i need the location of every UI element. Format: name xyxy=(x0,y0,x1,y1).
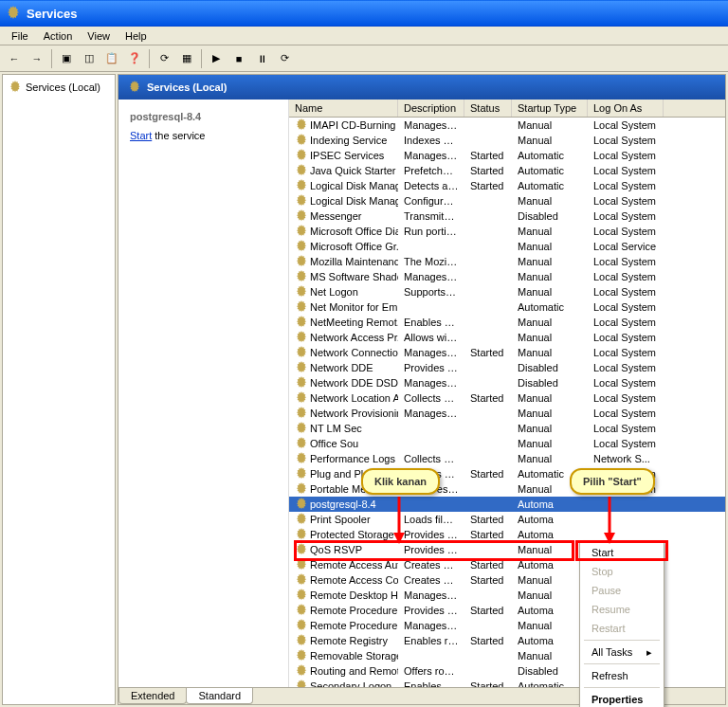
service-row[interactable]: NetMeeting Remot...Enables an...ManualLo… xyxy=(289,315,725,330)
service-name: IPSEC Services xyxy=(310,150,384,161)
service-row[interactable]: Mozilla Maintenanc...The Mozilla...Manua… xyxy=(289,254,725,269)
service-logon: Local System xyxy=(588,286,664,298)
service-status: Started xyxy=(464,635,512,646)
red-arrow-2 xyxy=(602,497,617,544)
service-row[interactable]: Net LogonSupports p...ManualLocal System xyxy=(289,284,725,299)
col-name[interactable]: Name xyxy=(289,100,398,117)
service-status: Started xyxy=(464,529,512,540)
gear-icon xyxy=(295,149,308,162)
service-row[interactable]: postgresql-8.4Automa xyxy=(289,497,725,512)
gear-icon xyxy=(295,361,308,374)
service-logon: Local System xyxy=(588,301,664,313)
gear-icon xyxy=(295,604,308,617)
toolbar-btn-3[interactable]: 📋 xyxy=(101,48,122,69)
service-name: Messenger xyxy=(310,210,361,222)
service-name: IMAPI CD-Burning ... xyxy=(310,119,398,131)
service-row[interactable]: Network DDE DSDMManages D...DisabledLoca… xyxy=(289,375,725,390)
tab-extended[interactable]: Extended xyxy=(118,688,187,704)
service-row[interactable]: IPSEC ServicesManages I...StartedAutomat… xyxy=(289,148,725,163)
service-row[interactable]: Performance Logs ...Collects pe...Manual… xyxy=(289,451,725,466)
service-row[interactable]: MessengerTransmits ...DisabledLocal Syst… xyxy=(289,208,725,224)
service-name: Microsoft Office Dia... xyxy=(310,226,398,237)
back-button[interactable]: ← xyxy=(4,48,25,69)
service-row[interactable]: Plug and PlayEnables a c...StartedAutoma… xyxy=(289,466,725,481)
service-logon: Local System xyxy=(588,226,664,237)
service-row[interactable]: Logical Disk ManagerDetects an...Started… xyxy=(289,178,725,193)
service-desc: Enables st... xyxy=(398,680,464,687)
service-startup: Automatic xyxy=(512,180,588,191)
service-row[interactable]: Network Location A...Collects an...Start… xyxy=(289,390,725,406)
toolbar-btn-5[interactable]: ⟳ xyxy=(154,48,174,69)
service-row[interactable]: Java Quick StarterPrefetches...StartedAu… xyxy=(289,163,725,178)
gear-icon xyxy=(295,391,308,405)
toolbar-btn-2[interactable]: ◫ xyxy=(79,48,100,69)
menu-help[interactable]: Help xyxy=(118,28,155,44)
menu-refresh[interactable]: Refresh xyxy=(580,666,664,685)
service-startup: Manual xyxy=(512,392,588,404)
gear-icon xyxy=(295,680,308,687)
col-logon[interactable]: Log On As xyxy=(588,100,664,117)
service-row[interactable]: Print SpoolerLoads files ...StartedAutom… xyxy=(289,512,725,527)
service-row[interactable]: Portable Media Seri...Retrieves t...Manu… xyxy=(289,481,725,497)
service-logon: Local System xyxy=(588,150,664,161)
menu-all-tasks[interactable]: All Tasks xyxy=(580,643,664,662)
service-row[interactable]: Office SouManualLocal System xyxy=(289,436,725,451)
service-status: Started xyxy=(464,150,512,161)
pause-button[interactable]: ⏸ xyxy=(251,48,272,69)
service-startup: Manual xyxy=(512,423,588,434)
service-row[interactable]: Network Provisionin...Manages X...Manual… xyxy=(289,406,725,421)
service-desc: Manages o... xyxy=(398,347,464,358)
forward-button[interactable]: → xyxy=(27,48,47,69)
service-name: NetMeeting Remot... xyxy=(310,317,398,328)
service-logon: Local System xyxy=(588,165,664,176)
menu-properties[interactable]: Properties xyxy=(580,690,664,707)
service-row[interactable]: Net Monitor for Em...AutomaticLocal Syst… xyxy=(289,299,725,315)
svg-marker-2 xyxy=(393,533,405,544)
service-row[interactable]: Microsoft Office Gr...ManualLocal Servic… xyxy=(289,239,725,254)
service-logon: Local System xyxy=(588,347,664,358)
restart-button[interactable]: ⟳ xyxy=(274,48,295,69)
service-startup: Manual xyxy=(512,589,588,601)
service-row[interactable]: Logical Disk Manag...Configures...Manual… xyxy=(289,193,725,208)
gear-icon xyxy=(295,619,308,632)
toolbar-btn-4[interactable]: ❓ xyxy=(124,48,145,69)
service-row[interactable]: Network ConnectionsManages o...StartedMa… xyxy=(289,345,725,360)
service-row[interactable]: IMAPI CD-Burning ...Manages C...ManualLo… xyxy=(289,118,725,133)
menu-pause: Pause xyxy=(580,581,664,600)
service-logon: Local System xyxy=(588,135,664,146)
col-status[interactable]: Status xyxy=(464,100,512,117)
main-panel: Services (Local) postgresql-8.4 Start th… xyxy=(118,74,726,705)
service-status: Started xyxy=(464,559,512,571)
service-status: Started xyxy=(464,574,512,586)
service-row[interactable]: Protected StorageProvides pr...StartedAu… xyxy=(289,527,725,542)
service-name: Remote Desktop H... xyxy=(310,589,398,601)
col-startup[interactable]: Startup Type xyxy=(512,100,588,117)
toolbar-btn-1[interactable]: ▣ xyxy=(56,48,77,69)
service-row[interactable]: Indexing ServiceIndexes co...ManualLocal… xyxy=(289,133,725,148)
service-startup: Manual xyxy=(512,332,588,343)
stop-button[interactable]: ■ xyxy=(228,48,249,69)
service-startup: Disabled xyxy=(512,362,588,373)
service-name: Java Quick Starter xyxy=(310,165,395,176)
service-startup: Disabled xyxy=(512,210,588,222)
service-row[interactable]: Network Access Pr...Allows win...ManualL… xyxy=(289,330,725,345)
play-button[interactable]: ▶ xyxy=(206,48,227,69)
service-row[interactable]: Microsoft Office Dia...Run portio...Manu… xyxy=(289,224,725,239)
service-desc: Run portio... xyxy=(398,226,464,237)
service-row[interactable]: MS Software Shado...Manages s...ManualLo… xyxy=(289,269,725,284)
tab-standard[interactable]: Standard xyxy=(186,688,253,704)
service-row[interactable]: NT LM SecManualLocal System xyxy=(289,421,725,436)
menu-start[interactable]: Start xyxy=(580,543,664,562)
service-row[interactable]: Network DDEProvides n...DisabledLocal Sy… xyxy=(289,360,725,375)
menu-file[interactable]: File xyxy=(4,28,36,44)
start-service-link[interactable]: Start xyxy=(130,130,152,141)
menu-view[interactable]: View xyxy=(80,28,118,44)
menu-bar: File Action View Help xyxy=(0,27,728,45)
tree-root[interactable]: Services (Local) xyxy=(7,79,111,96)
toolbar-btn-6[interactable]: ▦ xyxy=(176,48,197,69)
col-description[interactable]: Description xyxy=(398,100,464,117)
gear-icon xyxy=(295,589,308,602)
service-status: Started xyxy=(464,392,512,404)
gear-icon xyxy=(295,255,308,268)
menu-action[interactable]: Action xyxy=(36,28,81,44)
